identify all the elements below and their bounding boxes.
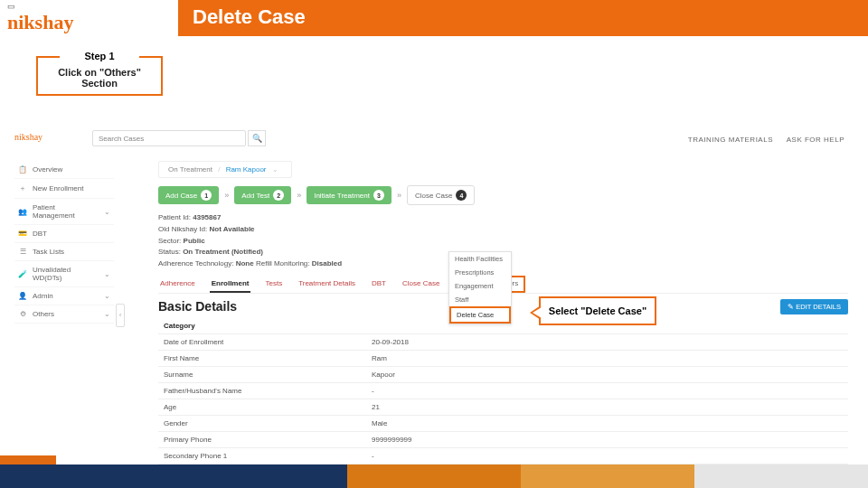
top-bar: ▭ nikshay Delete Case [0,0,868,36]
edit-details-button[interactable]: ✎ EDIT DETAILS [780,299,848,314]
plus-icon: ＋ [18,183,27,193]
brand-logo: ▭ nikshay [0,0,178,36]
table-row: Date of Enrollment20-09-2018 [158,333,848,350]
card-icon: 💳 [18,230,27,238]
sidenav-new-enrollment[interactable]: ＋New Enrollment [14,179,114,199]
page-title: Delete Case [178,0,320,36]
list-icon: ☰ [18,248,27,256]
others-dropdown: Health Facilities Prescriptions Engageme… [448,251,512,324]
tab-dbt[interactable]: DBT [370,276,388,293]
arrow-icon: » [297,191,301,200]
header-training-link[interactable]: TRAINING MATERIALS [688,136,773,144]
section-title: Basic Details [158,299,237,314]
patient-id: 4395867 [193,213,221,221]
tab-treatment-details[interactable]: Treatment Details [297,276,357,293]
sidenav-task-lists[interactable]: ☰Task Lists [14,243,114,261]
app-screenshot: nikshay Search Cases 🔍 TRAINING MATERIAL… [9,116,859,443]
table-row: GenderMale [158,415,848,431]
select-delete-callout: Select "Delete Case" [539,296,656,325]
others-staff[interactable]: Staff [449,293,511,306]
chevron-down-icon: ⌄ [104,310,110,318]
search-input[interactable]: Search Cases [92,130,246,146]
sidenav-unvalidated[interactable]: 🧪Unvalidated WD(DTs)⌄ [14,261,114,287]
search-button[interactable]: 🔍 [248,130,266,146]
others-delete-case[interactable]: Delete Case [449,306,511,324]
col-category: Category [158,318,366,334]
table-row: SurnameKapoor [158,366,848,382]
tab-tests[interactable]: Tests [263,276,284,293]
user-icon: 👤 [18,292,27,300]
basic-details-table: Category Date of Enrollment20-09-2018 Fi… [158,318,848,488]
others-engagement[interactable]: Engagement [449,279,511,293]
collapse-sidebar-button[interactable]: ‹ [116,304,125,327]
flask-icon: 🧪 [18,270,27,278]
chevron-down-icon: ⌄ [104,292,110,300]
sidenav-patient-mgmt[interactable]: 👥Patient Management⌄ [14,199,114,225]
sidenav-dbt[interactable]: 💳DBT [14,225,114,243]
gear-icon: ⚙ [18,310,27,318]
brand-text: nikshay [7,11,73,33]
mini-brand: nikshay [14,132,42,142]
step1-callout: Step 1 Click on "Others" Section [36,56,163,96]
header-help-link[interactable]: ASK FOR HELP [787,136,844,144]
tab-enrollment[interactable]: Enrollment [210,276,251,293]
arrow-icon: » [397,191,401,200]
step1-label: Step 1 [60,51,139,61]
table-row: Primary Phone9999999999 [158,431,848,447]
workflow-steps: Add Case1 » Add Test2 » Initiate Treatme… [158,185,848,205]
arrow-icon: » [224,191,229,200]
table-row: Father/Husband's Name- [158,382,848,399]
step-add-test[interactable]: Add Test2 [234,186,291,204]
tab-adherence[interactable]: Adherence [158,276,197,293]
breadcrumb: On Treatment / Ram Kapoor ⌄ [158,161,292,178]
others-prescriptions[interactable]: Prescriptions [449,266,511,279]
footer-bars [0,465,868,488]
sidenav-others[interactable]: ⚙Others⌄ [14,305,114,324]
table-row: Age21 [158,399,848,415]
chevron-down-icon: ⌄ [104,208,110,216]
crumb-parent[interactable]: On Treatment [168,165,212,174]
step-close-case[interactable]: Close Case4 [407,185,475,205]
table-row: First NameRam [158,350,848,366]
users-icon: 👥 [18,208,27,216]
step1-text: Click on "Others" Section [42,67,157,89]
sidenav-overview[interactable]: 📋Overview [14,161,114,179]
main-panel: On Treatment / Ram Kapoor ⌄ Add Case1 » … [158,161,848,488]
crumb-current: Ram Kapoor [226,165,267,174]
chevron-down-icon: ⌄ [104,270,110,278]
tab-close-case[interactable]: Close Case [401,276,441,293]
step-initiate-treatment[interactable]: Initiate Treatment3 [307,186,392,204]
dashboard-icon: 📋 [18,165,27,174]
step-add-case[interactable]: Add Case1 [158,186,219,204]
others-health-facilities[interactable]: Health Facilities [449,252,511,266]
table-row: Secondary Phone 1- [158,447,848,464]
sidenav-admin[interactable]: 👤Admin⌄ [14,287,114,305]
decor-bar [0,455,56,465]
side-nav: 📋Overview ＋New Enrollment 👥Patient Manag… [14,161,114,324]
